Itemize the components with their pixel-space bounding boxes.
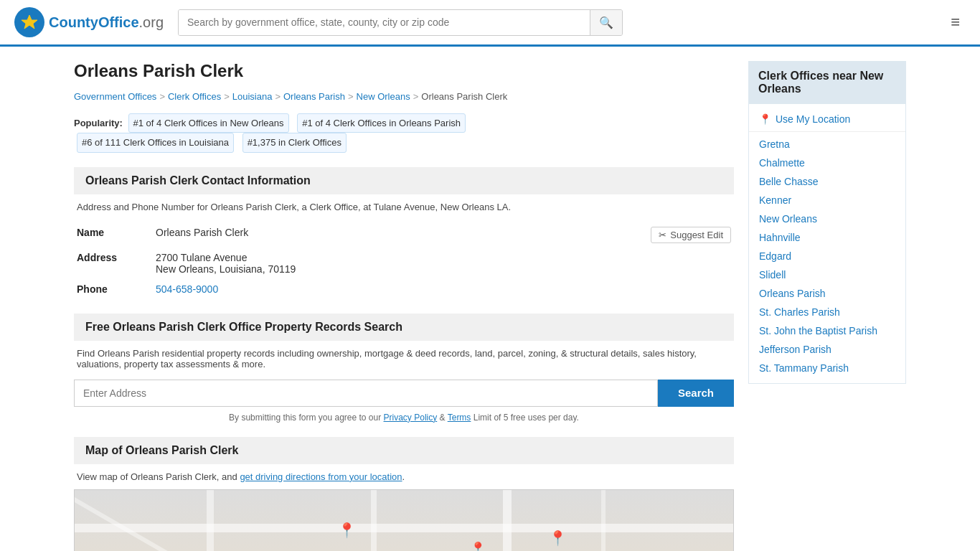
header-search-container: 🔍 — [178, 9, 623, 36]
sidebar-link-1[interactable]: Chalmette — [759, 157, 805, 169]
hamburger-menu-button[interactable]: ≡ — [945, 10, 966, 34]
sidebar-item-11[interactable]: Jefferson Parish — [749, 340, 905, 359]
property-section-header: Free Orleans Parish Clerk Office Propert… — [74, 314, 734, 341]
breadcrumb-current: Orleans Parish Clerk — [421, 91, 507, 102]
edit-icon: ✂ — [659, 230, 666, 240]
sidebar: Clerk Offices near New Orleans 📍 Use My … — [748, 61, 906, 551]
phone-label: Phone — [74, 279, 153, 299]
sidebar-link-10[interactable]: St. John the Baptist Parish — [759, 325, 877, 336]
sidebar-link-12[interactable]: St. Tammany Parish — [759, 362, 849, 374]
sidebar-item-12[interactable]: St. Tammany Parish — [749, 359, 905, 377]
sidebar-item-2[interactable]: Belle Chasse — [749, 172, 905, 191]
popularity-badge-2: #1 of 4 Clerk Offices in Orleans Parish — [297, 113, 466, 133]
form-disclaimer: By submitting this form you agree to our… — [74, 413, 734, 423]
breadcrumb-sep-1: > — [159, 91, 165, 102]
address-line1: 2700 Tulane Avenue — [156, 252, 731, 263]
sidebar-link-0[interactable]: Gretna — [759, 138, 790, 150]
logo-text: CountyOffice.org — [49, 14, 164, 31]
sidebar-item-0[interactable]: Gretna — [749, 135, 905, 154]
map-description: View map of Orleans Parish Clerk, and ge… — [74, 471, 734, 482]
breadcrumb-clerk-offices[interactable]: Clerk Offices — [168, 91, 221, 102]
address-input[interactable] — [74, 380, 658, 407]
driving-directions-link[interactable]: get driving directions from your locatio… — [240, 471, 402, 482]
popularity-badge-1: #1 of 4 Clerk Offices in New Orleans — [128, 113, 289, 133]
terms-link[interactable]: Terms — [448, 413, 471, 423]
contact-description: Address and Phone Number for Orleans Par… — [74, 202, 734, 212]
contact-section: Orleans Parish Clerk Contact Information… — [74, 167, 734, 299]
disclaimer-text: By submitting this form you agree to our — [229, 413, 381, 423]
header: CountyOffice.org 🔍 ≡ — [0, 0, 980, 47]
sidebar-use-my-location[interactable]: 📍 Use My Location — [749, 110, 905, 128]
phone-value-cell: 504-658-9000 — [153, 279, 734, 299]
use-my-location-link[interactable]: Use My Location — [776, 113, 850, 125]
sidebar-title: Clerk Offices near New Orleans — [748, 61, 906, 104]
header-search-button[interactable]: 🔍 — [590, 10, 622, 35]
header-search-input[interactable] — [179, 10, 590, 35]
sidebar-divider — [749, 131, 905, 132]
property-search-button[interactable]: Search — [658, 380, 734, 407]
sidebar-item-10[interactable]: St. John the Baptist Parish — [749, 321, 905, 340]
breadcrumb-louisiana[interactable]: Louisiana — [232, 91, 273, 102]
breadcrumb-sep-3: > — [275, 91, 281, 102]
logo-icon — [14, 7, 44, 37]
sidebar-item-5[interactable]: Hahnville — [749, 228, 905, 247]
table-row-name: Name Orleans Parish Clerk ✂ Suggest Edit — [74, 222, 734, 248]
breadcrumb-sep-2: > — [224, 91, 230, 102]
phone-link[interactable]: 504-658-9000 — [156, 283, 218, 295]
map-section-header: Map of Orleans Parish Clerk — [74, 437, 734, 464]
sidebar-link-4[interactable]: New Orleans — [759, 213, 817, 225]
sidebar-item-8[interactable]: Orleans Parish — [749, 284, 905, 303]
sidebar-item-6[interactable]: Edgard — [749, 247, 905, 265]
page-title: Orleans Parish Clerk — [74, 61, 734, 81]
name-label: Name — [74, 222, 153, 248]
sidebar-item-9[interactable]: St. Charles Parish — [749, 303, 905, 321]
suggest-edit-label: Suggest Edit — [670, 230, 723, 240]
and-text: & — [440, 413, 446, 423]
sidebar-content: 📍 Use My Location GretnaChalmetteBelle C… — [748, 104, 906, 384]
table-row-phone: Phone 504-658-9000 — [74, 279, 734, 299]
contact-section-header: Orleans Parish Clerk Contact Information — [74, 167, 734, 194]
popularity-bar: Popularity: #1 of 4 Clerk Offices in New… — [74, 113, 734, 153]
sidebar-link-6[interactable]: Edgard — [759, 250, 791, 262]
breadcrumb-orleans-parish[interactable]: Orleans Parish — [283, 91, 345, 102]
breadcrumb: Government Offices > Clerk Offices > Lou… — [74, 91, 734, 102]
sidebar-link-2[interactable]: Belle Chasse — [759, 176, 819, 187]
contact-info-table: Name Orleans Parish Clerk ✂ Suggest Edit… — [74, 222, 734, 299]
property-search-section: Free Orleans Parish Clerk Office Propert… — [74, 314, 734, 423]
breadcrumb-sep-4: > — [348, 91, 354, 102]
map-container[interactable]: ORLEANS PARISH CRIMINAL DISTRI... 📍 📍 📍 — [74, 489, 734, 551]
popularity-label: Popularity: — [74, 118, 123, 128]
limit-text: Limit of 5 free uses per day. — [473, 413, 579, 423]
map-desc-text: View map of Orleans Parish Clerk, and — [77, 471, 237, 482]
address-line2: New Orleans, Louisiana, 70119 — [156, 263, 731, 275]
breadcrumb-new-orleans[interactable]: New Orleans — [357, 91, 410, 102]
suggest-edit-button[interactable]: ✂ Suggest Edit — [651, 227, 731, 243]
table-row-address: Address 2700 Tulane Avenue New Orleans, … — [74, 248, 734, 279]
name-value-cell: Orleans Parish Clerk ✂ Suggest Edit — [153, 222, 734, 248]
address-label: Address — [74, 248, 153, 279]
sidebar-link-9[interactable]: St. Charles Parish — [759, 306, 840, 318]
property-description: Find Orleans Parish residential property… — [74, 348, 734, 369]
content-area: Orleans Parish Clerk Government Offices … — [74, 61, 734, 551]
sidebar-item-7[interactable]: Slidell — [749, 265, 905, 284]
logo[interactable]: CountyOffice.org — [14, 7, 164, 37]
breadcrumb-government-offices[interactable]: Government Offices — [74, 91, 156, 102]
map-section: Map of Orleans Parish Clerk View map of … — [74, 437, 734, 551]
sidebar-item-3[interactable]: Kenner — [749, 191, 905, 209]
main-container: Orleans Parish Clerk Government Offices … — [60, 47, 920, 551]
sidebar-link-8[interactable]: Orleans Parish — [759, 288, 826, 299]
address-value-cell: 2700 Tulane Avenue New Orleans, Louisian… — [153, 248, 734, 279]
sidebar-link-7[interactable]: Slidell — [759, 269, 786, 281]
sidebar-item-4[interactable]: New Orleans — [749, 209, 905, 228]
name-value: Orleans Parish Clerk — [156, 227, 248, 238]
popularity-badge-4: #1,375 in Clerk Offices — [242, 133, 347, 152]
privacy-policy-link[interactable]: Privacy Policy — [384, 413, 438, 423]
popularity-badge-3: #6 of 111 Clerk Offices in Louisiana — [77, 133, 234, 152]
sidebar-link-11[interactable]: Jefferson Parish — [759, 344, 831, 355]
sidebar-link-5[interactable]: Hahnville — [759, 232, 801, 243]
sidebar-link-3[interactable]: Kenner — [759, 194, 791, 206]
location-pin-icon: 📍 — [759, 113, 771, 125]
address-search-form: Search — [74, 380, 734, 407]
breadcrumb-sep-5: > — [413, 91, 419, 102]
sidebar-item-1[interactable]: Chalmette — [749, 154, 905, 172]
